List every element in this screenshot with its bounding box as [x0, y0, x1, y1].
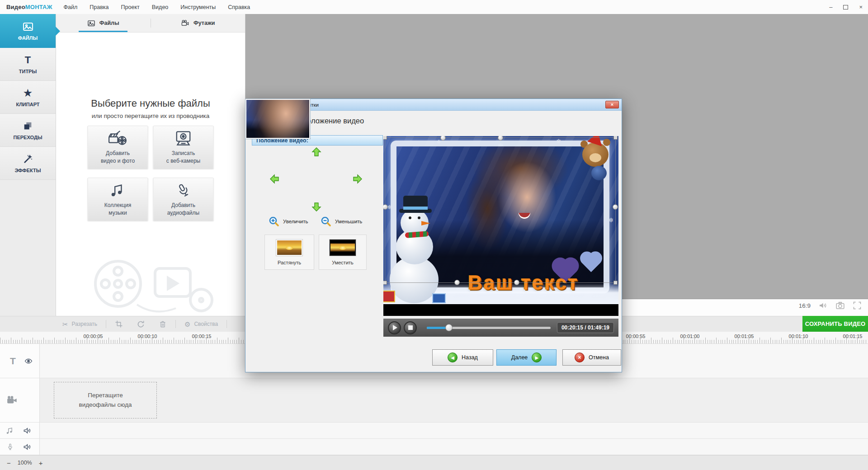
- save-video-button[interactable]: СОХРАНИТЬ ВИДЕО: [802, 316, 868, 332]
- magnifier-minus-icon: [320, 216, 332, 227]
- resize-handle[interactable]: [383, 204, 388, 210]
- move-up-arrow[interactable]: [311, 147, 321, 157]
- resize-handle[interactable]: [454, 280, 460, 285]
- zoom-out-button[interactable]: −: [7, 459, 11, 467]
- sidebar-item-label: ПЕРЕХОДЫ: [14, 135, 42, 140]
- minimize-button[interactable]: –: [829, 4, 832, 10]
- add-video-photo-button[interactable]: Добавитьвидео и фото: [88, 126, 148, 169]
- resize-handle[interactable]: [383, 281, 387, 285]
- sidebar-item-clipart[interactable]: ★ КЛИПАРТ: [0, 81, 56, 114]
- sidebar-item-label: ТИТРЫ: [19, 69, 37, 74]
- tab-files[interactable]: Файлы: [56, 14, 151, 32]
- speaker-icon[interactable]: [23, 442, 32, 451]
- cut-button[interactable]: ✂ Разрезать: [62, 321, 97, 328]
- back-label: Назад: [462, 354, 478, 361]
- aspect-ratio-label: 16:9: [799, 302, 811, 309]
- move-left-arrow[interactable]: [270, 174, 280, 184]
- zoom-in-button[interactable]: +: [39, 459, 43, 467]
- play-icon: [393, 325, 397, 330]
- speaker-icon[interactable]: [818, 301, 828, 310]
- toolbar-divider: [175, 320, 176, 328]
- properties-button[interactable]: ⚙ Свойства: [184, 321, 218, 328]
- next-button[interactable]: Далее ▶: [496, 349, 557, 366]
- ruler-tick: 00:01:10: [789, 334, 808, 339]
- titles-track-icon: T: [10, 356, 16, 367]
- watermark-graphic: [83, 247, 218, 319]
- voice-track-header: [0, 439, 40, 455]
- app-logo: ВидеоМОНТАЖ: [6, 4, 52, 10]
- toolbar-divider: [226, 320, 227, 328]
- preview-player: 00:20:15 / 01:49:19: [383, 319, 618, 337]
- tab-footage[interactable]: Футажи: [151, 14, 245, 32]
- ruler-tick: 00:00:10: [138, 334, 157, 339]
- scissors-icon: ✂: [62, 321, 68, 328]
- speaker-icon[interactable]: [23, 426, 32, 435]
- star-icon: ★: [24, 88, 32, 99]
- menu-file[interactable]: Файл: [64, 4, 78, 10]
- zoom-in-video-button[interactable]: Увеличить: [268, 216, 308, 227]
- file-chooser-prompt: Выберите нужные файлы или просто перетащ…: [56, 98, 245, 119]
- video-dropzone[interactable]: Перетащите видеофайлы сюда: [54, 382, 157, 418]
- film-camera-icon: [181, 19, 189, 27]
- dialog-close-button[interactable]: ×: [605, 101, 619, 108]
- postcard-preview[interactable]: ❄ ❄ ❄ ❄ ❄ ❄ ❄ ❄ ❄ ❄: [383, 136, 618, 316]
- resize-handle[interactable]: [440, 136, 446, 141]
- cancel-x-icon: ×: [575, 352, 585, 362]
- seek-knob[interactable]: [445, 324, 453, 331]
- chooser-subheading: или просто перетащите их из проводника: [56, 113, 245, 119]
- sidebar-item-titles[interactable]: T ТИТРЫ: [0, 48, 56, 81]
- music-notes-icon: [109, 182, 127, 198]
- add-audio-button[interactable]: Добавитьаудиофайлы: [153, 178, 214, 221]
- resize-handle[interactable]: [498, 136, 503, 141]
- move-right-arrow[interactable]: [352, 174, 362, 184]
- stretch-button[interactable]: Растянуть: [264, 235, 314, 270]
- menu-edit[interactable]: Правка: [90, 4, 108, 10]
- video-camera-icon: [6, 395, 18, 405]
- sidebar: ФАЙЛЫ T ТИТРЫ ★ КЛИПАРТ ПЕРЕХОДЫ ЭФФЕКТЫ: [0, 14, 56, 316]
- eye-icon[interactable]: [24, 357, 33, 365]
- stop-button[interactable]: [404, 321, 417, 334]
- maximize-button[interactable]: [843, 5, 848, 9]
- crop-button[interactable]: [115, 320, 123, 328]
- image-icon: [22, 21, 34, 32]
- resize-handle[interactable]: [613, 136, 618, 140]
- microphone-icon: [175, 182, 192, 198]
- stretch-label: Растянуть: [278, 260, 301, 265]
- delete-button[interactable]: [159, 320, 167, 329]
- letterbox-bar: [383, 304, 618, 316]
- ruler-tick: 00:00:15: [192, 334, 212, 339]
- play-button[interactable]: [388, 321, 401, 334]
- resize-handle[interactable]: [383, 136, 387, 140]
- snapshot-camera-icon[interactable]: [835, 301, 845, 310]
- sidebar-item-transitions[interactable]: ПЕРЕХОДЫ: [0, 114, 56, 147]
- zoom-out-video-button[interactable]: Уменьшить: [320, 216, 362, 227]
- resize-handle[interactable]: [514, 280, 519, 285]
- back-button[interactable]: ◀ Назад: [432, 349, 493, 366]
- record-webcam-button[interactable]: Записатьс веб-камеры: [153, 126, 214, 169]
- menu-tools[interactable]: Инструменты: [180, 4, 216, 10]
- fit-button[interactable]: Уместить: [319, 235, 367, 270]
- music-collection-button[interactable]: Коллекциямузыки: [88, 178, 148, 221]
- back-arrow-icon: ◀: [448, 352, 458, 362]
- ruler-tick: 00:01:15: [843, 334, 863, 339]
- cancel-button[interactable]: × Отмена: [562, 349, 621, 366]
- action-label: Добавитьвидео и фото: [101, 150, 135, 164]
- transitions-icon: [23, 121, 33, 132]
- resize-handle[interactable]: [613, 281, 618, 285]
- menu-help[interactable]: Справка: [228, 4, 250, 10]
- sidebar-item-effects[interactable]: ЭФФЕКТЫ: [0, 147, 56, 180]
- magic-wand-icon: [23, 154, 33, 164]
- sidebar-item-files[interactable]: ФАЙЛЫ: [0, 14, 56, 48]
- panel-tabs: Файлы Футажи: [56, 14, 245, 33]
- seek-slider[interactable]: [427, 327, 551, 329]
- fullscreen-icon[interactable]: [853, 301, 862, 310]
- menu-project[interactable]: Проект: [121, 4, 140, 10]
- menu-video[interactable]: Видео: [152, 4, 169, 10]
- ruler-tick: 00:00:55: [626, 334, 646, 339]
- zoom-out-video-label: Уменьшить: [335, 219, 362, 224]
- close-window-button[interactable]: ×: [859, 4, 863, 10]
- rotate-button[interactable]: [137, 320, 145, 329]
- selection-overlay[interactable]: [385, 137, 616, 283]
- move-down-arrow[interactable]: [311, 202, 321, 212]
- position-thumbnail[interactable]: [245, 99, 310, 139]
